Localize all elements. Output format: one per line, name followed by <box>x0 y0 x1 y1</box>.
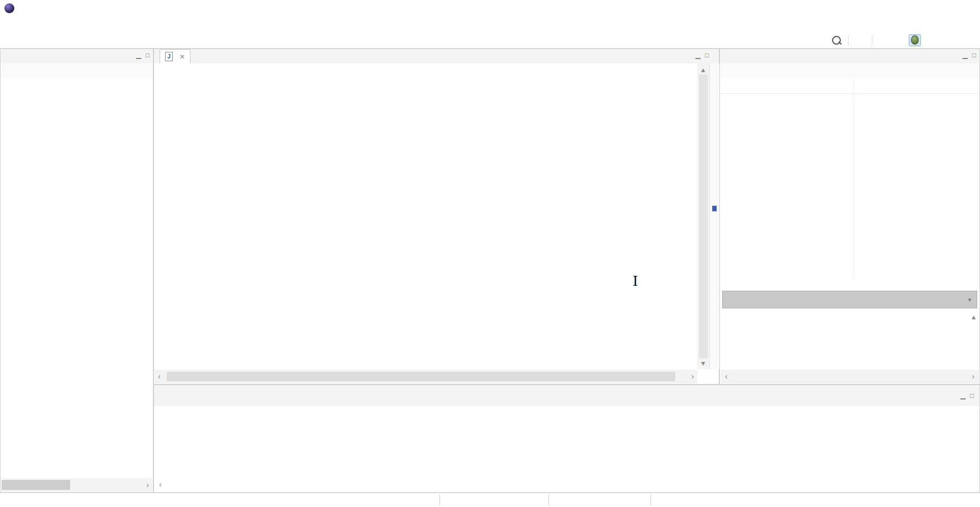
variables-view-toolbar <box>720 63 979 78</box>
maximize-view-icon[interactable]: □ <box>970 392 974 399</box>
code-editor[interactable] <box>154 63 697 369</box>
java-perspective-button[interactable] <box>878 34 890 46</box>
minimize-view-icon[interactable]: ▁ <box>136 51 141 59</box>
variables-view-panel: ▁□ ▾ ▴ ‹ › <box>719 49 980 385</box>
scroll-up-icon[interactable]: ▴ <box>972 313 976 321</box>
scroll-left-icon[interactable]: ‹ <box>159 481 162 488</box>
minimize-view-icon[interactable]: ▁ <box>963 51 968 59</box>
toolbar-separator <box>848 35 849 46</box>
maximize-view-icon[interactable]: □ <box>705 51 709 59</box>
scroll-up-icon[interactable]: ▴ <box>701 66 705 73</box>
scroll-right-icon[interactable]: › <box>972 372 974 380</box>
close-window-button[interactable] <box>955 0 979 17</box>
console-output-area[interactable]: ‹ <box>155 406 979 492</box>
search-icon[interactable] <box>830 34 843 46</box>
expression-combo[interactable]: ▾ <box>722 291 977 308</box>
scroll-right-icon[interactable]: › <box>146 481 149 489</box>
minimize-view-icon[interactable]: ▁ <box>696 51 701 59</box>
scroll-left-icon[interactable]: ‹ <box>158 372 161 380</box>
main-toolbar <box>0 32 980 49</box>
java-file-icon: J <box>165 52 173 61</box>
jee-perspective-button[interactable] <box>893 34 905 46</box>
minimize-window-button[interactable] <box>875 0 899 17</box>
scroll-down-icon[interactable]: ▾ <box>701 359 705 367</box>
console-view-panel: ▁□ ‹ <box>153 385 980 493</box>
scroll-right-icon[interactable]: › <box>691 372 694 380</box>
detail-pane[interactable]: ▴ <box>721 308 979 370</box>
editor-hscrollbar[interactable]: ‹ › <box>155 370 697 383</box>
debug-perspective-button[interactable] <box>909 34 921 46</box>
scrollbar-thumb[interactable] <box>2 480 70 490</box>
current-line-marker[interactable] <box>712 206 717 211</box>
scrollbar-thumb[interactable] <box>167 372 675 381</box>
scroll-left-icon[interactable]: ‹ <box>725 372 728 380</box>
variables-view-tabs <box>720 49 979 64</box>
debug-hscrollbar[interactable]: › <box>1 478 152 492</box>
variables-table <box>720 78 979 280</box>
eclipse-window: ▁□ › J ✕ ▁□ ▴ ▾ <box>0 0 980 507</box>
menu-bar <box>0 17 980 32</box>
maximize-window-button[interactable] <box>915 0 939 17</box>
console-view-tabs <box>154 385 979 407</box>
scrollbar-thumb[interactable] <box>699 74 708 358</box>
toolbar-separator <box>872 35 872 46</box>
debug-tree <box>1 74 153 478</box>
editor-panel: J ✕ ▁□ ▴ ▾ ‹ › <box>153 49 719 385</box>
maximize-view-icon[interactable]: □ <box>146 51 150 59</box>
editor-tabs: J ✕ <box>154 49 719 64</box>
variables-hscrollbar[interactable]: ‹ › <box>721 370 979 383</box>
overview-ruler <box>709 63 720 369</box>
open-perspective-button[interactable] <box>854 34 866 46</box>
title-bar <box>0 0 980 17</box>
debug-view-panel: ▁□ › <box>0 49 153 493</box>
status-bar <box>0 493 980 507</box>
text-cursor-pointer: I <box>633 274 638 289</box>
editor-vscrollbar[interactable]: ▴ ▾ <box>697 63 709 369</box>
minimize-view-icon[interactable]: ▁ <box>961 392 966 399</box>
editor-tab-demo1-java[interactable]: J ✕ <box>160 49 190 64</box>
variables-table-header <box>720 78 979 94</box>
eclipse-logo-icon <box>4 3 14 13</box>
maximize-view-icon[interactable]: □ <box>972 51 976 59</box>
column-divider[interactable] <box>853 78 854 280</box>
chevron-down-icon[interactable]: ▾ <box>968 296 971 303</box>
debug-view-tabs <box>1 49 153 64</box>
close-tab-icon[interactable]: ✕ <box>179 53 185 61</box>
